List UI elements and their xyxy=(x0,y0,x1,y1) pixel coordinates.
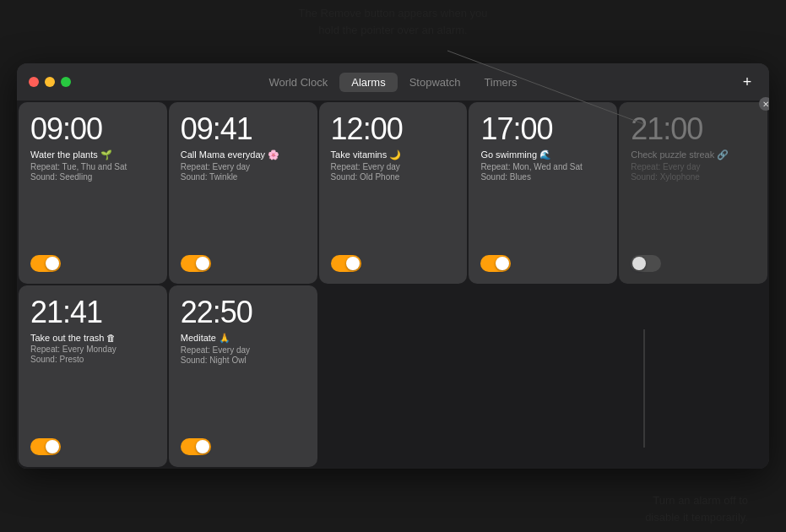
tab-bar: World Clock Alarms Stopwatch Timers xyxy=(257,73,529,92)
toggle-knob-4 xyxy=(496,257,509,270)
tab-stopwatch[interactable]: Stopwatch xyxy=(398,73,473,92)
title-bar: World Clock Alarms Stopwatch Timers + xyxy=(17,63,769,100)
tab-alarms[interactable]: Alarms xyxy=(339,73,397,92)
alarm-repeat-2: Repeat: Every day xyxy=(181,162,306,171)
annotation-bottom: Turn an alarm off to disable it temporar… xyxy=(645,492,748,525)
alarm-label-5: Check puzzle streak 🔗 xyxy=(631,149,756,160)
alarm-time-6: 21:41 xyxy=(30,297,155,328)
maximize-button[interactable] xyxy=(61,77,71,87)
alarm-time-7: 22:50 xyxy=(181,297,306,328)
minimize-button[interactable] xyxy=(45,77,55,87)
remove-button-5[interactable]: ✕ xyxy=(759,97,769,111)
alarm-time-5: 21:00 xyxy=(631,114,756,144)
alarm-repeat-4: Repeat: Mon, Wed and Sat xyxy=(480,162,605,171)
alarm-time-3: 12:00 xyxy=(331,114,456,144)
alarm-sound-5: Sound: Xylophone xyxy=(631,172,756,182)
alarm-card-3[interactable]: 12:00 Take vitamins 🌙 Repeat: Every day … xyxy=(319,102,468,284)
add-alarm-button[interactable]: + xyxy=(737,72,757,92)
alarm-toggle-5[interactable] xyxy=(631,255,661,272)
alarm-toggle-2[interactable] xyxy=(181,255,211,272)
alarm-repeat-5: Repeat: Every day xyxy=(631,162,756,171)
toggle-knob-1 xyxy=(46,257,59,270)
app-window: World Clock Alarms Stopwatch Timers + 09… xyxy=(17,63,769,469)
toggle-knob-5 xyxy=(632,257,646,270)
alarm-sound-7: Sound: Night Owl xyxy=(181,356,306,365)
alarm-repeat-1: Repeat: Tue, Thu and Sat xyxy=(30,162,155,171)
alarm-sound-6: Sound: Presto xyxy=(30,355,155,364)
alarm-card-6[interactable]: 21:41 Take out the trash 🗑 Repeat: Every… xyxy=(19,285,167,467)
alarm-label-4: Go swimming 🌊 xyxy=(480,149,605,160)
empty-cell-2 xyxy=(469,285,617,467)
alarm-card-4[interactable]: 17:00 Go swimming 🌊 Repeat: Mon, Wed and… xyxy=(469,102,617,284)
alarm-card-7[interactable]: 22:50 Meditate 🙏 Repeat: Every day Sound… xyxy=(169,285,317,467)
toggle-knob-3 xyxy=(346,257,360,270)
toggle-knob-2 xyxy=(196,257,209,270)
alarm-toggle-4[interactable] xyxy=(480,255,511,272)
alarm-card-5[interactable]: ✕ 21:00 Check puzzle streak 🔗 Repeat: Ev… xyxy=(619,102,767,284)
alarm-time-1: 09:00 xyxy=(30,114,155,144)
tab-timers[interactable]: Timers xyxy=(472,73,529,92)
alarm-repeat-6: Repeat: Every Monday xyxy=(30,345,155,354)
alarm-sound-2: Sound: Twinkle xyxy=(181,172,306,182)
alarm-label-6: Take out the trash 🗑 xyxy=(30,333,155,343)
alarm-sound-1: Sound: Seedling xyxy=(30,172,155,182)
alarm-toggle-7[interactable] xyxy=(181,438,211,455)
alarm-repeat-7: Repeat: Every day xyxy=(181,345,306,355)
alarm-toggle-3[interactable] xyxy=(331,255,361,272)
toggle-knob-6 xyxy=(46,440,59,453)
alarm-toggle-1[interactable] xyxy=(30,255,61,272)
alarm-sound-3: Sound: Old Phone xyxy=(331,172,456,182)
alarm-card-2[interactable]: 09:41 Call Mama everyday 🌸 Repeat: Every… xyxy=(169,102,317,284)
alarm-label-3: Take vitamins 🌙 xyxy=(331,149,456,160)
alarm-card-1[interactable]: 09:00 Water the plants 🌱 Repeat: Tue, Th… xyxy=(19,102,167,284)
alarm-time-2: 09:41 xyxy=(181,114,306,144)
alarm-toggle-6[interactable] xyxy=(30,438,61,455)
alarm-label-7: Meditate 🙏 xyxy=(181,333,306,344)
alarm-label-1: Water the plants 🌱 xyxy=(30,149,155,160)
alarm-repeat-3: Repeat: Every day xyxy=(331,162,456,171)
annotation-top: The Remove button appears when you hold … xyxy=(0,5,786,38)
tab-world-clock[interactable]: World Clock xyxy=(257,73,339,92)
alarm-sound-4: Sound: Blues xyxy=(480,172,605,182)
empty-cell-3 xyxy=(619,285,767,467)
toggle-knob-7 xyxy=(196,440,209,453)
alarm-label-2: Call Mama everyday 🌸 xyxy=(181,149,306,160)
empty-cell-1 xyxy=(319,285,468,467)
alarms-grid: 09:00 Water the plants 🌱 Repeat: Tue, Th… xyxy=(17,100,769,469)
traffic-lights xyxy=(29,77,71,87)
close-button[interactable] xyxy=(29,77,39,87)
alarm-time-4: 17:00 xyxy=(480,114,605,144)
